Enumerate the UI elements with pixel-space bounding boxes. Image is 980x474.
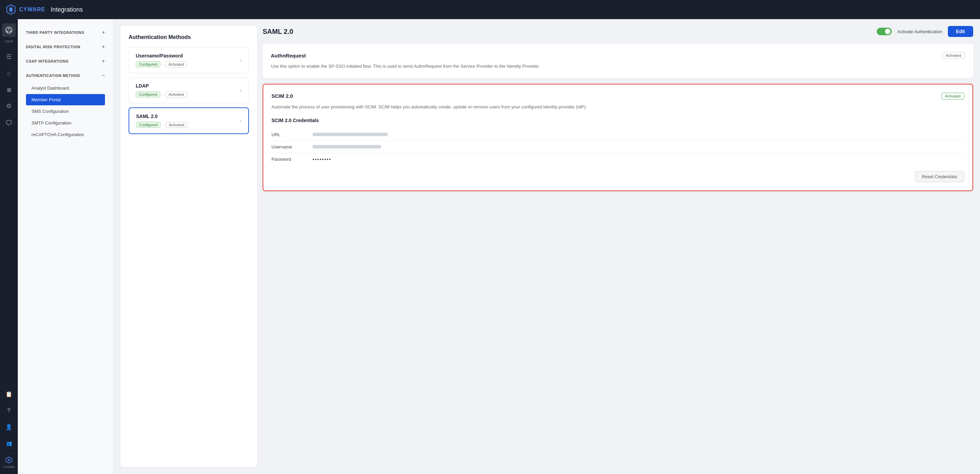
auth-card-username-password-name: Username/Password: [136, 53, 187, 59]
badge-configured-0: Configured: [136, 61, 161, 67]
svg-marker-8: [8, 458, 10, 462]
sidebar-item-recaptcha-config[interactable]: reCAPTCHA Configuration: [26, 129, 105, 140]
nav-section-csap-integrations: CSAP Integrations +: [18, 55, 113, 68]
nav-section-third-party-header[interactable]: Third Party Integrations +: [23, 26, 108, 39]
authn-request-description: Use this option to enable the SP-SSO ini…: [271, 63, 965, 70]
auth-card-saml-badges: Configured • Activated: [136, 122, 188, 128]
auth-card-username-password[interactable]: Username/Password Configured • Activated…: [129, 47, 249, 73]
authn-request-card-header: AuthnRequest Activated: [271, 52, 965, 59]
authn-request-badge: Activated: [942, 52, 965, 59]
detail-header: SAML 2.0 Activate Authentication Edit: [262, 26, 973, 37]
left-nav: Third Party Integrations + Digital Risk …: [18, 19, 113, 474]
sidebar-item-analyst-dashboard[interactable]: Analyst Dashboard: [26, 83, 105, 94]
nav-section-csap-integrations-title: CSAP Integrations: [26, 59, 68, 63]
scim-password-row: Password ••••••••: [272, 153, 964, 165]
main-content: Authentication Methods Username/Password…: [113, 19, 980, 474]
badge-configured-2: Configured: [136, 122, 161, 128]
csap-icon: [5, 26, 13, 34]
menu-nav-icon[interactable]: ☰: [2, 50, 16, 64]
sidebar-item-sms-config[interactable]: SMS Configuration: [26, 106, 105, 117]
toggle-slider: [877, 28, 892, 35]
svg-point-5: [7, 30, 8, 32]
nav-collapse-auth-icon: −: [102, 73, 105, 79]
sidebar-item-member-portal[interactable]: Member Portal: [26, 94, 105, 105]
scim-username-row: Username: [272, 141, 964, 153]
auth-card-ldap-badges: Configured • Activated: [136, 91, 187, 97]
badge-activated-0: Activated: [165, 61, 187, 67]
csap-logo[interactable]: [2, 23, 16, 37]
help-nav-icon[interactable]: ?: [2, 404, 16, 417]
nav-expand-digital-risk-icon: +: [102, 44, 105, 50]
auth-card-ldap-left: LDAP Configured • Activated: [136, 83, 187, 97]
main-layout: Third Party Integrations + Digital Risk …: [18, 0, 980, 474]
cyware-logo-icon: [5, 4, 16, 15]
scim-description: Automate the process of user provisionin…: [272, 103, 964, 111]
cyware-bottom-icon: [5, 456, 13, 464]
nav-section-third-party-title: Third Party Integrations: [26, 30, 84, 35]
scim-title: SCIM 2.0: [272, 93, 293, 99]
badge-activated-1: Activated: [165, 91, 187, 97]
edit-button[interactable]: Edit: [948, 26, 973, 37]
nav-expand-third-party-icon: +: [102, 29, 105, 35]
svg-point-6: [10, 30, 11, 32]
auth-card-saml-left: SAML 2.0 Configured • Activated: [136, 113, 188, 128]
logo[interactable]: CYWARE Integrations: [5, 4, 83, 15]
chevron-right-icon-2: ›: [240, 118, 242, 124]
scim-password-label: Password: [272, 157, 313, 162]
nav-section-third-party: Third Party Integrations +: [18, 26, 113, 39]
topbar: CYWARE Integrations: [0, 0, 980, 19]
user-nav-icon[interactable]: 👤: [2, 420, 16, 434]
authn-request-card: AuthnRequest Activated Use this option t…: [262, 44, 973, 78]
auth-card-username-password-left: Username/Password Configured • Activated: [136, 53, 187, 67]
scim-credentials-title: SCIM 2.0 Credentials: [272, 118, 964, 123]
sidebar-item-smtp-config[interactable]: SMTP Configuration: [26, 117, 105, 129]
scim-url-value: [313, 133, 964, 136]
chevron-right-icon-1: ›: [240, 87, 242, 93]
activate-authentication-toggle[interactable]: [877, 28, 892, 35]
badge-dot-2: •: [163, 124, 164, 127]
chevron-right-icon-0: ›: [240, 57, 242, 63]
nav-section-csap-integrations-header[interactable]: CSAP Integrations +: [23, 55, 108, 68]
monitor-nav-icon[interactable]: ▦: [2, 83, 16, 97]
cyware-bottom-label: CYWARE: [3, 466, 15, 469]
reset-credentials-button[interactable]: Reset Credentials: [915, 171, 964, 182]
scim-badge: Activated: [941, 93, 964, 100]
users-nav-icon[interactable]: 👥: [2, 436, 16, 450]
scim-card-header: SCIM 2.0 Activated: [272, 93, 964, 100]
scim-url-label: URL: [272, 132, 313, 137]
nav-section-digital-risk-header[interactable]: Digital Risk Protection +: [23, 40, 108, 53]
page-title: Integrations: [51, 6, 83, 13]
scim-username-value: [313, 145, 964, 148]
auth-methods-panel: Authentication Methods Username/Password…: [120, 26, 257, 467]
badge-activated-2: Activated: [166, 122, 188, 128]
auth-panel-title: Authentication Methods: [129, 34, 249, 40]
auth-method-sub-items: Analyst Dashboard Member Portal SMS Conf…: [23, 83, 108, 140]
scim-username-bar: [313, 145, 381, 148]
settings-nav-icon[interactable]: ⚙: [2, 99, 16, 113]
nav-section-digital-risk: Digital Risk Protection +: [18, 40, 113, 53]
nav-section-auth-method: Authentication Method − Analyst Dashboar…: [18, 69, 113, 140]
auth-card-ldap[interactable]: LDAP Configured • Activated ›: [129, 77, 249, 103]
clipboard-nav-icon[interactable]: 📋: [2, 387, 16, 401]
badge-dot-0: •: [162, 63, 164, 66]
activate-auth-label: Activate Authentication: [897, 29, 942, 34]
detail-header-right: Activate Authentication Edit: [877, 26, 973, 37]
auth-card-saml-name: SAML 2.0: [136, 113, 188, 119]
scim-url-bar: [313, 133, 388, 136]
shield-nav-icon[interactable]: [2, 116, 16, 129]
scim-username-label: Username: [272, 144, 313, 150]
scim-url-row: URL: [272, 129, 964, 141]
home-nav-icon[interactable]: ⌂: [2, 66, 16, 80]
scim-password-value: ••••••••: [313, 157, 331, 162]
detail-title: SAML 2.0: [262, 28, 293, 35]
logo-text: CYWARE: [19, 6, 45, 13]
nav-section-auth-method-header[interactable]: Authentication Method −: [23, 69, 108, 82]
auth-card-saml[interactable]: SAML 2.0 Configured • Activated ›: [129, 107, 249, 134]
icon-rail: CSAP ☰ ⌂ ▦ ⚙ 📋 ? 👤 👥 CYWARE: [0, 0, 18, 474]
svg-point-4: [8, 28, 10, 30]
nav-section-digital-risk-title: Digital Risk Protection: [26, 45, 80, 49]
auth-card-username-password-badges: Configured • Activated: [136, 61, 187, 67]
scim-card: SCIM 2.0 Activated Automate the process …: [262, 84, 973, 191]
badge-dot-1: •: [162, 93, 164, 96]
badge-configured-1: Configured: [136, 91, 161, 97]
